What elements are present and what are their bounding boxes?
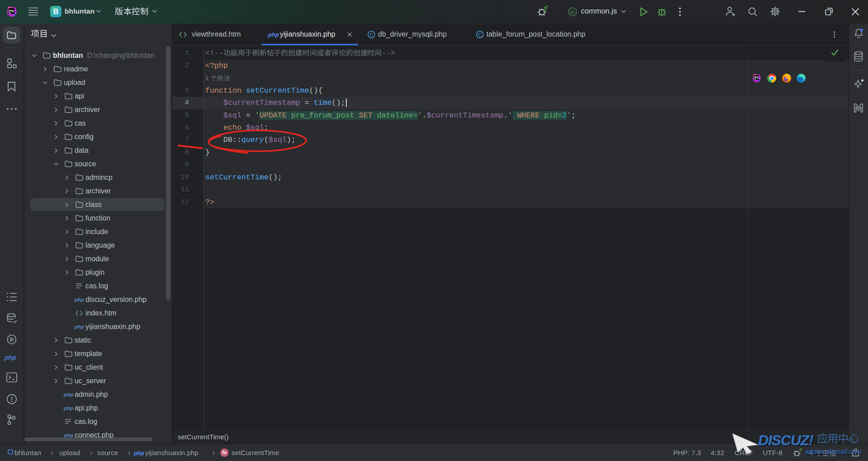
svg-text:C: C (370, 32, 373, 38)
svg-text:PS: PS (9, 9, 14, 13)
svg-text:JS: JS (570, 10, 575, 14)
svg-text:C: C (478, 32, 482, 38)
svg-text:PS: PS (755, 76, 759, 80)
